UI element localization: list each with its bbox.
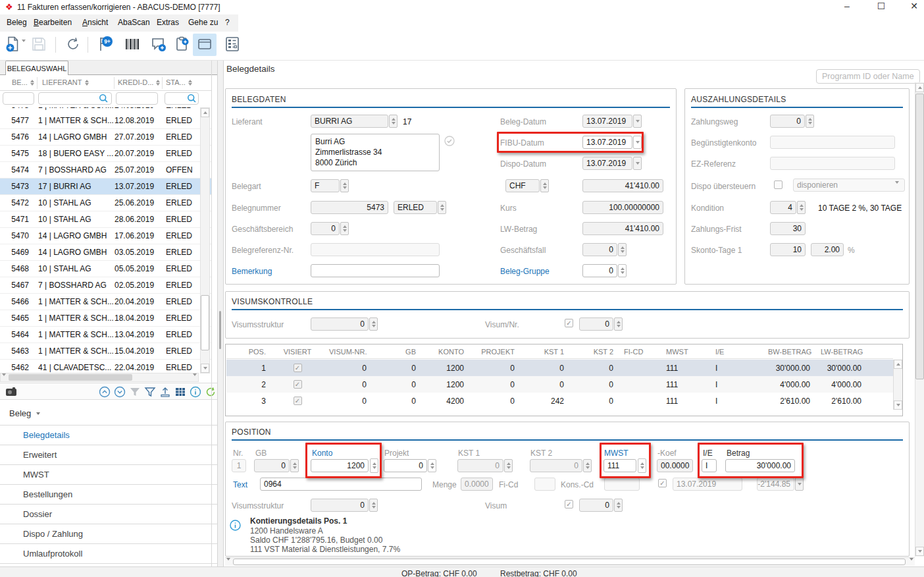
positions-table: POS. VISIERT VISUM-NR. GB KONTO PROJEKT … bbox=[225, 344, 903, 416]
menu-ansicht[interactable]: Ansicht bbox=[81, 18, 109, 27]
menu-beleg[interactable]: Beleg bbox=[5, 18, 28, 27]
scroll-up-button[interactable] bbox=[915, 83, 924, 92]
belegart-field: F bbox=[311, 179, 340, 192]
left-grid-hscrollbar[interactable] bbox=[0, 373, 199, 382]
comment-add-icon[interactable] bbox=[150, 36, 167, 53]
maximize-button[interactable]: ☐ bbox=[871, 1, 891, 14]
scroll-down-button[interactable] bbox=[894, 400, 902, 410]
table-row[interactable]: 547210 | STAHL AG25.06.2019ERLED bbox=[0, 195, 212, 211]
splitter-grip[interactable] bbox=[219, 311, 221, 349]
minimize-button[interactable]: – bbox=[837, 1, 857, 14]
text-label[interactable]: Text bbox=[233, 480, 247, 489]
column-header-status[interactable]: STA... bbox=[166, 78, 192, 86]
camera-icon[interactable] bbox=[5, 386, 17, 398]
table-row[interactable]: 54661 | MATTER & SCH...20.04.2019ERLED bbox=[0, 294, 212, 310]
main-hscrollbar[interactable] bbox=[225, 557, 915, 566]
sidebar-item-erweitert[interactable]: Erweitert bbox=[0, 445, 217, 464]
program-search-input[interactable] bbox=[816, 69, 920, 84]
sidebar-item-dossier[interactable]: Dossier bbox=[0, 504, 217, 524]
info-icon[interactable] bbox=[190, 386, 201, 398]
table-row-selected[interactable]: 547317 | BURRI AG13.07.2019ERLED bbox=[0, 179, 212, 195]
table-row[interactable]: 547614 | LAGRO GMBH27.07.2019ERLED bbox=[0, 129, 212, 146]
main-vscrollbar[interactable] bbox=[915, 82, 924, 557]
menu-abascan[interactable]: AbaScan bbox=[116, 18, 151, 27]
left-grid-vscrollbar[interactable] bbox=[200, 107, 210, 373]
sort-icon[interactable] bbox=[30, 80, 34, 86]
table-row[interactable]: 54631 | MATTER & SCH...15.04.2019ERLED bbox=[0, 343, 212, 360]
konscd-field bbox=[604, 478, 640, 491]
table-row[interactable]: 54641 | MATTER & SCH...13.04.2019ERLED bbox=[0, 327, 212, 343]
refresh-green-icon[interactable] bbox=[205, 386, 217, 398]
table-row[interactable]: 547110 | STAHL AG28.06.2019ERLED bbox=[0, 211, 212, 228]
table-row[interactable]: 546810 | STAHL AG05.05.2019ERLED bbox=[0, 261, 212, 277]
filter-belegnr-input[interactable] bbox=[3, 92, 34, 105]
collapse-up-icon[interactable] bbox=[99, 386, 111, 398]
scroll-up-button[interactable] bbox=[201, 108, 209, 117]
sidebar-item-mwst[interactable]: MWST bbox=[0, 464, 217, 484]
bemerkung-label[interactable]: Bemerkung bbox=[232, 267, 272, 276]
table-row[interactable]: 546914 | LAGRO GMBH03.05.2019ERLED bbox=[0, 244, 212, 261]
menu-bearbeiten[interactable]: Bearbeiten bbox=[32, 18, 73, 27]
refresh-icon[interactable] bbox=[64, 36, 82, 53]
scroll-up-button[interactable] bbox=[894, 360, 902, 369]
position-row[interactable]: 3 ✓ 0 0 4200 0 242 0 111 I 2'610.00 2'61… bbox=[226, 393, 893, 409]
new-document-dropdown-icon[interactable] bbox=[22, 42, 26, 51]
barcode-icon[interactable] bbox=[124, 36, 141, 53]
beleg-gruppe-spinner[interactable] bbox=[618, 264, 627, 277]
menu-gehezu[interactable]: Gehe zu bbox=[187, 18, 219, 27]
lieferant-address-field: Burri AG Zimmerlistrasse 34 8000 Zürich bbox=[311, 134, 440, 171]
clipboard-add-icon[interactable] bbox=[174, 36, 191, 53]
scroll-down-button[interactable] bbox=[201, 364, 209, 373]
sort-icon[interactable] bbox=[156, 80, 160, 86]
table-row[interactable]: 54651 | MATTER & SCH...18.04.2019ERLED bbox=[0, 310, 212, 327]
table-vscrollbar[interactable] bbox=[893, 360, 902, 410]
sort-icon[interactable] bbox=[85, 80, 89, 86]
sidebar-item-bestellungen[interactable]: Bestellungen bbox=[0, 484, 217, 504]
grid-view-icon[interactable] bbox=[174, 386, 186, 398]
position-row[interactable]: 2 ✓ 0 0 1200 0 0 0 111 I 4'000.00 4'000.… bbox=[226, 376, 893, 393]
menu-extras[interactable]: Extras bbox=[155, 18, 180, 27]
scrollbar-thumb[interactable] bbox=[233, 559, 906, 565]
dispo-uebersteuern-checkbox[interactable] bbox=[774, 180, 783, 189]
table-row[interactable]: 54677 | BOSSHARD AG02.05.2019ERLED bbox=[0, 277, 212, 294]
table-row-partial[interactable]: 5478 1 | MATTER & SCH... 24.08.2019 ERLE… bbox=[0, 107, 212, 113]
table-row[interactable]: 547014 | LAGRO GMBH17.06.2019ERLED bbox=[0, 228, 212, 244]
window-card-icon[interactable] bbox=[196, 36, 213, 53]
gb-field: 0 bbox=[254, 459, 290, 472]
form-view-icon[interactable] bbox=[224, 36, 241, 53]
table-row[interactable]: 54747 | BOSSHARD AG25.07.2019OFFEN bbox=[0, 162, 212, 179]
close-button[interactable]: ✕ bbox=[904, 1, 924, 14]
filter-datum-input[interactable] bbox=[116, 92, 158, 105]
table-row[interactable]: 546241 | CLAVADETSC...22.04.2019ERLED bbox=[0, 360, 212, 372]
scrollbar-thumb[interactable] bbox=[915, 94, 924, 379]
scroll-down-button[interactable] bbox=[915, 547, 924, 556]
beleg-gruppe-label[interactable]: Beleg-Gruppe bbox=[500, 267, 550, 276]
sidebar-item-dispo-zahlung[interactable]: Dispo / Zahlung bbox=[0, 524, 217, 543]
column-header-lieferant[interactable]: LIEFERANT bbox=[42, 78, 89, 86]
column-header-belegnr[interactable]: BE... bbox=[12, 78, 34, 86]
menu-help[interactable]: ? bbox=[224, 18, 231, 27]
nav-group-beleg[interactable]: Beleg bbox=[9, 408, 40, 418]
column-header-kredidatum[interactable]: KREDI-D... bbox=[118, 78, 160, 86]
sort-icon[interactable] bbox=[188, 80, 192, 86]
beleg-gruppe-field[interactable]: 0 bbox=[582, 264, 617, 277]
filter-icon[interactable] bbox=[144, 386, 156, 398]
tab-belegauswahl[interactable]: BELEGAUSWAHL bbox=[5, 61, 68, 75]
bemerkung-field[interactable] bbox=[311, 264, 440, 277]
new-document-icon[interactable] bbox=[4, 36, 21, 53]
op-betrag-status: OP-Betrag: CHF 0.00 bbox=[401, 569, 477, 577]
text-field[interactable]: 0964 bbox=[260, 478, 422, 491]
position-row-selected[interactable]: 1 ✓ 0 0 1200 0 0 0 111 I 30'000.00 30'00… bbox=[226, 360, 893, 376]
collapse-down-icon[interactable] bbox=[114, 386, 126, 398]
sidebar-item-belegdetails[interactable]: Belegdetails bbox=[0, 425, 217, 445]
table-row[interactable]: 547518 | BUERO EASY ...20.07.2019ERLED bbox=[0, 146, 212, 162]
projekt-spinner[interactable] bbox=[428, 459, 436, 472]
sidebar-item-umlaufprotokoll[interactable]: Umlaufprotokoll bbox=[0, 543, 217, 563]
scrollbar-thumb[interactable] bbox=[9, 374, 132, 381]
table-row[interactable]: 54771 | MATTER & SCH...12.08.2019ERLED bbox=[0, 113, 212, 129]
flag-icon[interactable]: 9+ bbox=[96, 36, 113, 53]
projekt-field[interactable]: 0 bbox=[384, 459, 427, 472]
dispo-datum-dropdown bbox=[633, 157, 642, 170]
scrollbar-thumb[interactable] bbox=[201, 295, 209, 350]
export-icon[interactable] bbox=[159, 386, 171, 398]
